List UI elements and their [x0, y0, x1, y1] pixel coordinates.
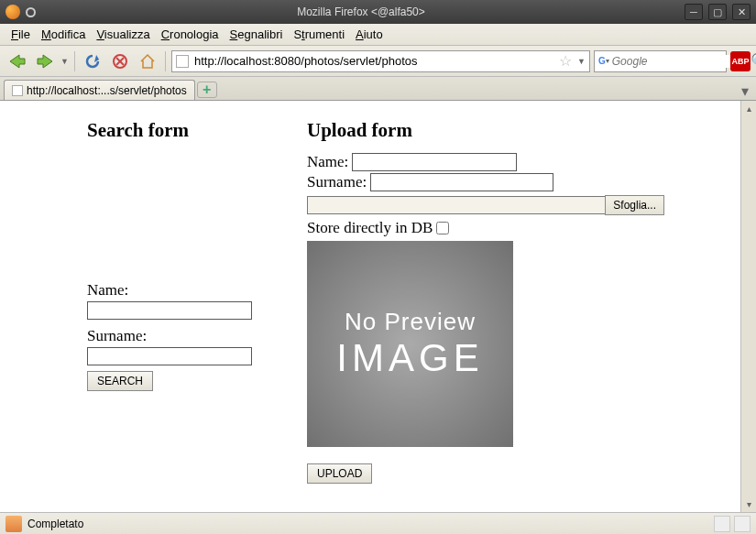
- vertical-scrollbar[interactable]: ▴ ▾: [740, 101, 756, 512]
- menu-history[interactable]: Cronologia: [156, 26, 225, 43]
- search-name-label: Name:: [87, 281, 128, 300]
- search-box[interactable]: G ▾ 🔍: [594, 50, 727, 72]
- engine-dropdown-icon[interactable]: ▾: [606, 57, 609, 65]
- preview-text-2: IMAGE: [336, 336, 483, 380]
- search-surname-input[interactable]: [87, 347, 252, 365]
- search-button[interactable]: SEARCH: [87, 371, 153, 391]
- scroll-track[interactable]: [741, 116, 756, 496]
- status-bar: Completato: [0, 512, 756, 534]
- navigation-toolbar: ▼ ☆ ▼ G ▾ 🔍 ABP: [0, 46, 756, 77]
- upload-form: Upload form Name: Surname: Sfoglia... St…: [307, 119, 713, 484]
- file-path-input[interactable]: [307, 196, 606, 214]
- page-identity-icon[interactable]: [176, 55, 189, 68]
- browse-button[interactable]: Sfoglia...: [605, 195, 664, 215]
- upload-heading: Upload form: [307, 119, 713, 142]
- firefox-icon: [5, 5, 20, 19]
- history-dropdown-icon[interactable]: ▼: [60, 57, 69, 66]
- google-engine-icon[interactable]: G: [598, 55, 606, 68]
- close-button[interactable]: ✕: [732, 4, 751, 20]
- scroll-up-icon[interactable]: ▴: [741, 101, 756, 116]
- adblock-button[interactable]: ABP: [730, 51, 751, 71]
- status-addon-2[interactable]: [734, 516, 751, 532]
- url-dropdown-icon[interactable]: ▼: [577, 57, 586, 66]
- store-db-checkbox[interactable]: [436, 222, 449, 234]
- new-tab-button[interactable]: +: [197, 82, 217, 98]
- upload-name-label: Name:: [307, 153, 348, 171]
- status-text: Completato: [27, 518, 83, 530]
- tab-strip: http://localhost:...s/servlet/photos + ▾: [0, 77, 756, 101]
- back-button[interactable]: [5, 49, 29, 73]
- menu-file[interactable]: File: [5, 26, 36, 43]
- tab-label: http://localhost:...s/servlet/photos: [27, 84, 187, 97]
- window-titlebar: Mozilla Firefox <@alfa50> ─ ▢ ✕: [0, 0, 756, 24]
- home-button[interactable]: [136, 49, 159, 73]
- status-addon-1[interactable]: [714, 516, 730, 532]
- stop-button[interactable]: [108, 49, 132, 73]
- search-go-icon[interactable]: 🔍: [751, 52, 756, 70]
- menu-edit[interactable]: Modifica: [36, 26, 91, 43]
- tab-favicon: [12, 85, 23, 96]
- preview-text-1: No Preview: [345, 308, 476, 336]
- upload-surname-input[interactable]: [370, 173, 553, 191]
- store-db-label: Store directly in DB: [307, 219, 433, 237]
- menu-tools[interactable]: Strumenti: [288, 26, 350, 43]
- upload-button[interactable]: UPLOAD: [307, 463, 372, 484]
- browser-content: Search form Name: Surname: SEARCH Upload…: [0, 101, 756, 512]
- tab-active[interactable]: http://localhost:...s/servlet/photos: [4, 80, 195, 100]
- url-input[interactable]: [194, 54, 555, 68]
- window-title: Mozilla Firefox <@alfa50>: [43, 5, 679, 18]
- forward-button[interactable]: [33, 49, 57, 73]
- maximize-button[interactable]: ▢: [708, 4, 727, 20]
- page-body: Search form Name: Surname: SEARCH Upload…: [0, 101, 740, 512]
- menu-bookmarks[interactable]: Segnalibri: [225, 26, 289, 43]
- reload-button[interactable]: [81, 49, 104, 73]
- search-surname-label: Surname:: [87, 327, 147, 345]
- scroll-down-icon[interactable]: ▾: [741, 496, 756, 512]
- search-form: Search form Name: Surname: SEARCH: [87, 119, 270, 484]
- menu-view[interactable]: Visualizza: [91, 26, 155, 43]
- upload-surname-label: Surname:: [307, 173, 367, 191]
- search-heading: Search form: [87, 119, 270, 142]
- window-decor-icon: [26, 7, 36, 17]
- search-name-input[interactable]: [87, 301, 252, 320]
- menu-help[interactable]: Aiuto: [350, 26, 389, 43]
- tab-list-dropdown-icon[interactable]: ▾: [738, 82, 752, 100]
- menu-bar: File Modifica Visualizza Cronologia Segn…: [0, 24, 756, 46]
- preview-image-placeholder: No Preview IMAGE: [307, 241, 513, 447]
- bookmark-star-icon[interactable]: ☆: [559, 52, 572, 70]
- url-bar[interactable]: ☆ ▼: [171, 50, 590, 72]
- minimize-button[interactable]: ─: [685, 4, 703, 20]
- status-icon: [5, 516, 22, 532]
- upload-name-input[interactable]: [352, 153, 517, 171]
